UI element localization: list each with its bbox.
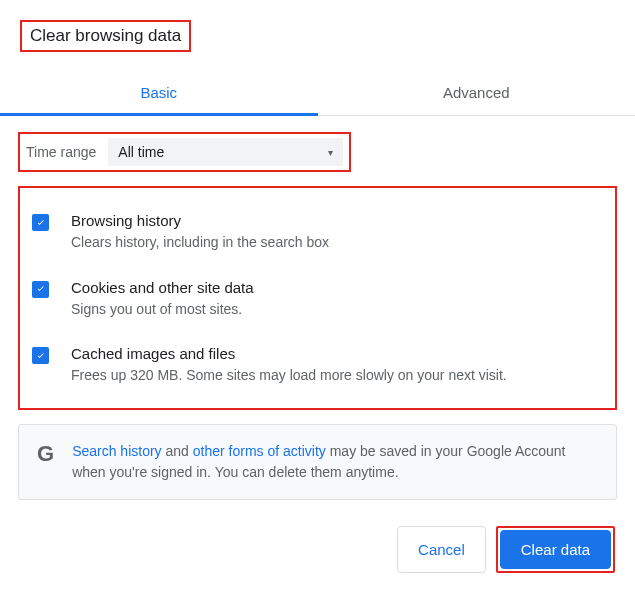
option-desc: Clears history, including in the search … [71,233,603,253]
tab-basic[interactable]: Basic [0,70,318,115]
dialog-footer: Cancel Clear data [397,526,615,573]
chevron-down-icon: ▾ [328,147,333,158]
clear-data-button[interactable]: Clear data [500,530,611,569]
checkbox-cookies[interactable] [32,281,49,298]
option-title: Cookies and other site data [71,279,603,296]
option-browsing-history: Browsing history Clears history, includi… [28,206,607,273]
time-range-label: Time range [26,144,96,160]
check-icon [35,350,47,362]
option-desc: Frees up 320 MB. Some sites may load mor… [71,366,603,386]
option-desc: Signs you out of most sites. [71,300,603,320]
clear-data-highlight: Clear data [496,526,615,573]
dialog-title: Clear browsing data [20,20,191,52]
tabs: Basic Advanced [0,70,635,116]
checkbox-cached[interactable] [32,347,49,364]
option-cookies: Cookies and other site data Signs you ou… [28,273,607,340]
google-logo-icon: G [37,443,54,465]
clear-browsing-data-dialog: Clear browsing data Basic Advanced Time … [0,0,635,500]
time-range-row: Time range All time ▾ [18,132,351,172]
check-icon [35,217,47,229]
other-activity-link[interactable]: other forms of activity [193,443,326,459]
search-history-link[interactable]: Search history [72,443,161,459]
google-account-info: G Search history and other forms of acti… [18,424,617,500]
tab-advanced[interactable]: Advanced [318,70,636,115]
option-title: Cached images and files [71,345,603,362]
cancel-button[interactable]: Cancel [397,526,486,573]
checkbox-browsing-history[interactable] [32,214,49,231]
option-title: Browsing history [71,212,603,229]
check-icon [35,283,47,295]
options-list: Browsing history Clears history, includi… [18,186,617,410]
time-range-value: All time [118,144,164,160]
info-text: Search history and other forms of activi… [72,441,598,483]
time-range-select[interactable]: All time ▾ [108,138,343,166]
option-cached: Cached images and files Frees up 320 MB.… [28,339,607,390]
